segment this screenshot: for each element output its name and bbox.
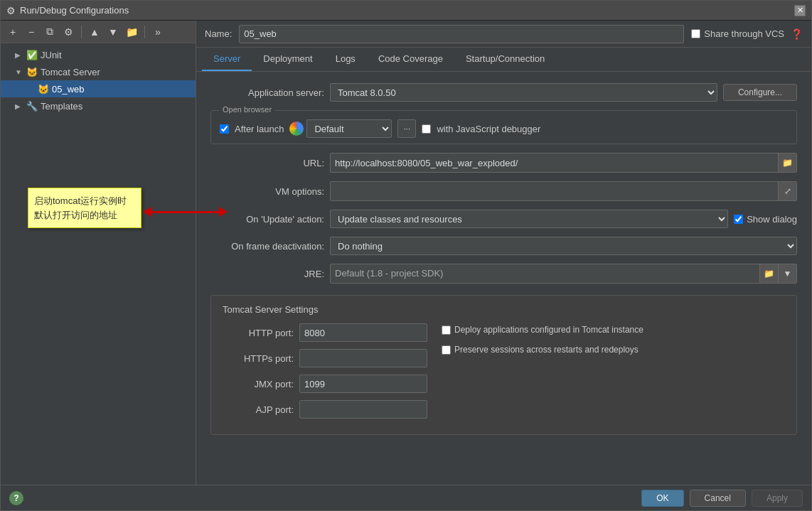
copy-config-button[interactable]: ⧉ [42, 24, 58, 40]
configure-button[interactable]: Configure... [723, 84, 797, 101]
annotation-arrow [143, 207, 228, 217]
folder-button[interactable]: 📁 [124, 24, 139, 40]
deploy-apps-label: Deploy applications configured in Tomcat… [442, 325, 643, 335]
arrow-head [219, 207, 228, 217]
app-server-select[interactable]: Tomcat 8.0.50 [330, 83, 717, 102]
ajp-port-input[interactable] [299, 400, 427, 419]
tomcat-settings-title: Tomcat Server Settings [223, 304, 785, 315]
share-vcs-label: Share through VCS [704, 28, 784, 39]
tabs-bar: Server Deployment Logs Code Coverage Sta… [196, 48, 811, 72]
http-port-label: HTTP port: [223, 328, 294, 338]
js-debugger-checkbox[interactable] [422, 124, 431, 134]
vm-options-expand-button[interactable]: ⤢ [778, 182, 796, 200]
annotation-note: 启动tomcat运行实例时默认打开访问的地址 [28, 188, 141, 228]
name-input[interactable] [239, 25, 684, 43]
sidebar-item-tomcat-label: Tomcat Server [41, 67, 100, 77]
remove-config-button[interactable]: − [23, 24, 39, 40]
jre-label: JRE: [210, 269, 324, 279]
window-icon: ⚙ [6, 5, 16, 16]
https-port-label: HTTPs port: [223, 353, 294, 364]
templates-icon: 🔧 [26, 101, 38, 112]
on-update-label: On 'Update' action: [210, 214, 324, 225]
tab-deployment[interactable]: Deployment [252, 48, 324, 71]
add-config-button[interactable]: + [5, 24, 21, 40]
arrow-tail [143, 207, 151, 217]
port-fields-left: HTTP port: HTTPs port: JMX port: [223, 323, 427, 426]
on-frame-row: On frame deactivation: Do nothing Update… [210, 237, 797, 255]
tab-logs[interactable]: Logs [324, 48, 367, 71]
sidebar-item-05web-label: 05_web [52, 84, 85, 95]
js-debugger-label: with JavaScript debugger [437, 124, 540, 134]
after-launch-label: After launch [235, 124, 284, 134]
open-browser-inner: After launch Default Chrome Firefox ··· … [220, 119, 788, 138]
sidebar-item-templates[interactable]: ▶ 🔧 Templates [1, 97, 196, 114]
chrome-icon [289, 122, 304, 136]
dialog-buttons: OK Cancel Apply [641, 490, 803, 507]
url-input[interactable] [331, 154, 778, 172]
after-launch-checkbox[interactable] [220, 124, 229, 134]
preserve-sessions-text: Preserve sessions across restarts and re… [454, 345, 639, 355]
deploy-apps-checkbox[interactable] [442, 326, 451, 335]
apply-button[interactable]: Apply [752, 490, 803, 507]
tomcat-icon: 🐱 [26, 67, 38, 77]
browser-options-button[interactable]: ··· [397, 119, 416, 138]
help-button[interactable]: ? [9, 491, 23, 505]
tab-server[interactable]: Server [202, 48, 252, 71]
help-icon-vcs[interactable]: ❓ [791, 28, 803, 40]
on-frame-select[interactable]: Do nothing Update classes and resources … [330, 237, 797, 255]
app-server-label: Application server: [210, 87, 324, 98]
tree-arrow-junit: ▶ [15, 51, 23, 59]
junit-icon: ✅ [26, 50, 38, 60]
form-area: Application server: Tomcat 8.0.50 Config… [196, 72, 811, 485]
jmx-port-label: JMX port: [223, 379, 294, 389]
jre-row: JRE: Default (1.8 - project SDK) 📁 ▼ [210, 264, 797, 284]
tree-arrow-tomcat: ▼ [15, 68, 23, 76]
bottom-bar: ? OK Cancel Apply [1, 485, 811, 510]
jre-container: Default (1.8 - project SDK) 📁 ▼ [330, 264, 797, 284]
on-update-row: On 'Update' action: Update classes and r… [210, 210, 797, 228]
settings-config-button[interactable]: ⚙ [60, 24, 76, 40]
tomcat-settings-inner: HTTP port: HTTPs port: JMX port: [223, 323, 785, 426]
right-panel: Name: Share through VCS ❓ Server Deploym… [196, 21, 811, 485]
ok-button[interactable]: OK [641, 490, 683, 507]
sidebar-tree: ▶ ✅ JUnit ▼ 🐱 Tomcat Server 🐱 05_web [1, 43, 196, 485]
sidebar-item-junit-label: JUnit [41, 50, 62, 60]
vm-options-container: ⤢ [330, 181, 797, 201]
tab-startup-connection[interactable]: Startup/Connection [454, 48, 556, 71]
sidebar-item-05-web[interactable]: 🐱 05_web [1, 80, 196, 97]
jre-value: Default (1.8 - project SDK) [331, 264, 759, 283]
close-button[interactable]: ✕ [794, 5, 806, 16]
jre-browse-button[interactable]: 📁 [759, 264, 778, 283]
sidebar-item-tomcat-server[interactable]: ▼ 🐱 Tomcat Server [1, 63, 196, 80]
http-port-input[interactable] [299, 323, 427, 342]
browser-select[interactable]: Default Chrome Firefox [306, 119, 392, 138]
name-bar: Name: Share through VCS ❓ [196, 21, 811, 48]
vm-options-label: VM options: [210, 186, 324, 197]
jre-expand-button[interactable]: ▼ [778, 264, 796, 283]
more-options-button[interactable]: » [150, 24, 166, 40]
open-browser-section: Open browser After launch Default Chrome… [210, 110, 797, 144]
browser-select-container: Default Chrome Firefox [289, 119, 392, 138]
annotation-text: 启动tomcat运行实例时默认打开访问的地址 [34, 195, 127, 220]
share-vcs-checkbox[interactable] [691, 29, 700, 38]
jmx-port-row: JMX port: [223, 375, 427, 393]
jmx-port-input[interactable] [299, 375, 427, 393]
move-down-button[interactable]: ▼ [105, 24, 121, 40]
cancel-button[interactable]: Cancel [690, 490, 746, 507]
vm-options-input[interactable] [331, 182, 778, 200]
preserve-sessions-label: Preserve sessions across restarts and re… [442, 345, 643, 355]
url-browse-button[interactable]: 📁 [778, 154, 796, 172]
https-port-input[interactable] [299, 349, 427, 367]
show-dialog-checkbox[interactable] [734, 215, 743, 224]
http-port-row: HTTP port: [223, 323, 427, 342]
sidebar: + − ⧉ ⚙ ▲ ▼ 📁 » ▶ ✅ JUnit [1, 21, 196, 485]
sidebar-item-junit[interactable]: ▶ ✅ JUnit [1, 46, 196, 63]
preserve-sessions-checkbox[interactable] [442, 345, 451, 355]
tab-code-coverage[interactable]: Code Coverage [367, 48, 454, 71]
sidebar-toolbar: + − ⧉ ⚙ ▲ ▼ 📁 » [1, 21, 196, 43]
ajp-port-label: AJP port: [223, 404, 294, 415]
on-frame-label: On frame deactivation: [210, 241, 324, 252]
on-update-select[interactable]: Update classes and resources Restart ser… [330, 210, 728, 228]
tomcat-settings-section: Tomcat Server Settings HTTP port: HTTPs … [210, 295, 797, 435]
move-up-button[interactable]: ▲ [87, 24, 102, 40]
